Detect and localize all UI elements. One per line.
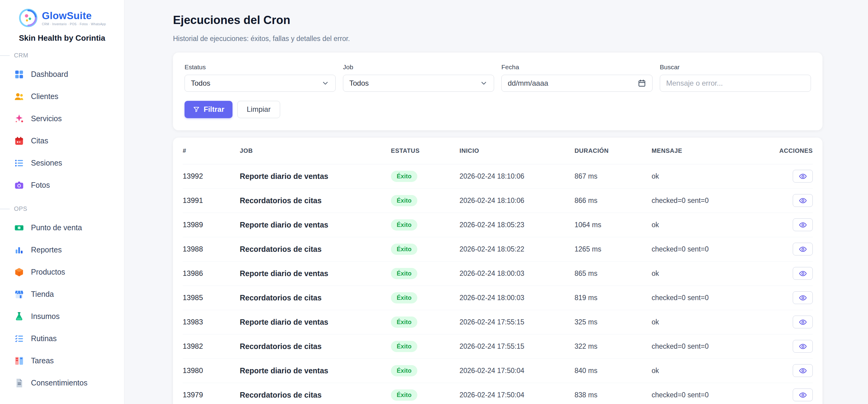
row-actions [770,316,813,328]
sidebar-item-reportes[interactable]: Reportes [0,239,124,261]
chevron-down-icon [480,79,488,87]
sidebar-item-clientes[interactable]: Clientes [0,85,124,108]
calendar-icon[interactable] [638,79,646,87]
col-mensaje: MENSAJE [652,147,770,154]
row-mensaje: checked=0 sent=0 [652,342,770,350]
sidebar-item-productos[interactable]: Productos [0,261,124,283]
row-actions [770,267,813,280]
row-actions [770,291,813,304]
row-estatus: Éxito [391,268,460,279]
glowsuite-logo-icon [18,8,38,28]
table-row: 13983Reporte diario de ventasÉxito2026-0… [183,310,813,335]
row-estatus: Éxito [391,195,460,206]
sidebar-item-tareas[interactable]: Tareas [0,350,124,372]
sidebar-item-fotos[interactable]: Fotos [0,174,124,196]
row-id: 13992 [183,172,240,180]
filtrar-button-label: Filtrar [204,105,224,114]
row-inicio: 2026-02-24 18:05:22 [460,245,575,253]
sidebar-item-rutinas[interactable]: Rutinas [0,327,124,350]
filter-field-estatus: Estatus Todos [185,63,336,92]
row-mensaje: checked=0 sent=0 [652,391,770,399]
row-duracion: 322 ms [575,342,652,350]
sidebar-item-tienda[interactable]: Tienda [0,283,124,305]
table-row: 13986Reporte diario de ventasÉxito2026-0… [183,262,813,286]
pos-cash-icon [14,223,24,233]
row-inicio: 2026-02-24 18:00:03 [460,294,575,302]
table-row: 13979Recordatorios de citasÉxito2026-02-… [183,383,813,404]
sidebar-item-consentimientos[interactable]: Consentimientos [0,372,124,394]
flask-icon [14,311,24,322]
view-details-button[interactable] [793,194,813,207]
executions-table: # JOB ESTATUS INICIO DURACIÓN MENSAJE AC… [173,138,823,404]
estatus-select-value: Todos [191,79,210,87]
row-duracion: 866 ms [575,197,652,205]
fecha-date-input[interactable]: dd/mm/aaaa [501,75,653,92]
sidebar-item-sesiones[interactable]: Sesiones [0,152,124,174]
row-mensaje: ok [652,172,770,180]
table-row: 13980Reporte diario de ventasÉxito2026-0… [183,359,813,383]
sidebar-item-label: Sesiones [31,158,62,167]
row-id: 13983 [183,318,240,326]
table-row: 13988Recordatorios de citasÉxito2026-02-… [183,237,813,262]
row-job: Recordatorios de citas [240,196,391,205]
row-estatus: Éxito [391,317,460,328]
status-badge: Éxito [391,171,417,182]
sidebar-item-insumos[interactable]: Insumos [0,305,124,327]
row-inicio: 2026-02-24 18:05:23 [460,221,575,229]
services-sparkle-icon [14,114,24,124]
filter-card: Estatus Todos Job Todos Fecha [173,53,823,130]
row-id: 13979 [183,391,240,399]
page-subtitle: Historial de ejecuciones: éxitos, fallas… [173,35,823,43]
row-id: 13991 [183,196,240,205]
sidebar-item-servicios[interactable]: Servicios [0,108,124,130]
sidebar-item-citas[interactable]: Citas [0,130,124,152]
table-row: 13982Recordatorios de citasÉxito2026-02-… [183,335,813,359]
filtrar-button[interactable]: Filtrar [185,101,232,118]
view-details-button[interactable] [793,388,813,401]
eye-icon [799,294,807,302]
view-details-button[interactable] [793,291,813,304]
row-job: Reporte diario de ventas [240,318,391,326]
row-job: Reporte diario de ventas [240,221,391,229]
sidebar-item-punto-de-venta[interactable]: Punto de venta [0,217,124,239]
sidebar-item-label: Dashboard [31,70,68,79]
view-details-button[interactable] [793,219,813,231]
row-inicio: 2026-02-24 17:50:04 [460,391,575,399]
sidebar-item-dashboard[interactable]: Dashboard [0,63,124,85]
view-details-button[interactable] [793,243,813,256]
row-mensaje: checked=0 sent=0 [652,294,770,302]
row-job: Recordatorios de citas [240,293,391,302]
filter-funnel-icon [193,106,200,113]
view-details-button[interactable] [793,316,813,328]
view-details-button[interactable] [793,170,813,182]
buscar-input[interactable] [660,75,811,92]
view-details-button[interactable] [793,267,813,280]
eye-icon [799,269,807,278]
limpiar-button[interactable]: Limpiar [237,101,280,118]
row-job: Reporte diario de ventas [240,366,391,375]
sidebar-item-label: Fotos [31,181,50,190]
row-inicio: 2026-02-24 18:10:06 [460,172,575,180]
row-job: Recordatorios de citas [240,391,391,399]
row-actions [770,364,813,377]
job-select-value: Todos [349,79,369,87]
checklist-icon [14,334,24,344]
estatus-select[interactable]: Todos [185,75,336,92]
status-badge: Éxito [391,341,417,352]
row-mensaje: ok [652,318,770,326]
row-duracion: 325 ms [575,318,652,326]
clients-icon [14,91,24,102]
view-details-button[interactable] [793,364,813,377]
tasks-icon [14,356,24,366]
job-select[interactable]: Todos [343,75,494,92]
table-body: 13992Reporte diario de ventasÉxito2026-0… [183,164,813,404]
row-mensaje: ok [652,269,770,278]
view-details-button[interactable] [793,340,813,353]
sidebar-item-label: Servicios [31,114,62,123]
sidebar-item-label: Rutinas [31,334,57,343]
eye-icon [799,342,807,350]
brand-tagline: CRM · Inventario · POS · Fotos · WhatsAp… [42,23,106,26]
status-badge: Éxito [391,195,417,206]
sidebar-item-label: Clientes [31,92,58,101]
row-estatus: Éxito [391,389,460,401]
